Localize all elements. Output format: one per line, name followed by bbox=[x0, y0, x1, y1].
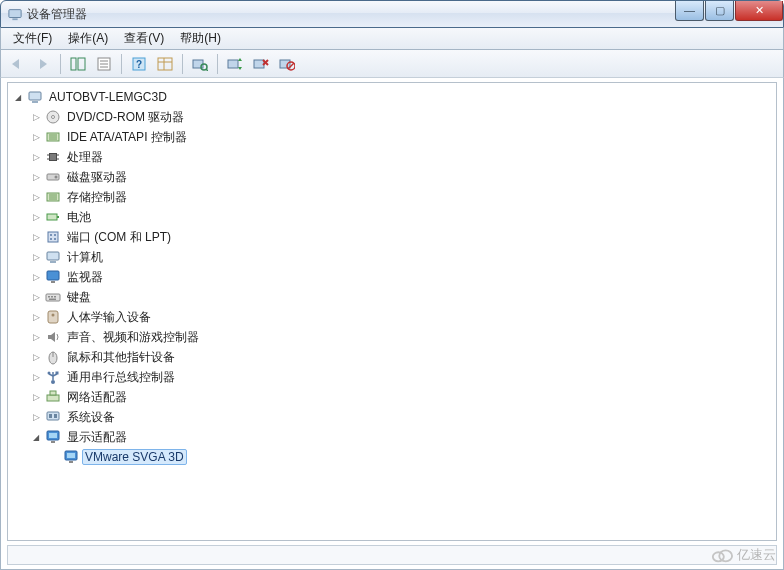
expand-toggle[interactable]: ▷ bbox=[30, 351, 42, 363]
svg-rect-71 bbox=[47, 412, 59, 420]
toolbar-separator bbox=[121, 54, 122, 74]
expand-toggle[interactable]: ▷ bbox=[30, 211, 42, 223]
tree-node-system[interactable]: ▷系统设备 bbox=[28, 407, 776, 427]
expand-toggle[interactable]: ▷ bbox=[30, 131, 42, 143]
forward-button[interactable] bbox=[31, 53, 55, 75]
expand-toggle[interactable]: ▷ bbox=[30, 311, 42, 323]
svg-rect-17 bbox=[254, 60, 264, 68]
expand-toggle[interactable]: ◢ bbox=[12, 91, 24, 103]
svg-rect-52 bbox=[47, 271, 59, 280]
svg-rect-53 bbox=[51, 281, 55, 283]
svg-rect-79 bbox=[69, 461, 73, 463]
tree-node-label: 端口 (COM 和 LPT) bbox=[64, 228, 174, 247]
tree-node-keyboard[interactable]: ▷键盘 bbox=[28, 287, 776, 307]
expand-toggle[interactable]: ▷ bbox=[30, 171, 42, 183]
svg-rect-72 bbox=[49, 414, 52, 418]
svg-rect-45 bbox=[48, 232, 58, 242]
menu-view[interactable]: 查看(V) bbox=[116, 28, 172, 49]
expand-toggle[interactable]: ▷ bbox=[30, 191, 42, 203]
console-tree-button[interactable] bbox=[66, 53, 90, 75]
svg-point-47 bbox=[54, 234, 56, 236]
computer-icon bbox=[45, 249, 61, 265]
expand-toggle[interactable]: ▷ bbox=[30, 151, 42, 163]
properties-icon bbox=[97, 57, 111, 71]
tree-node-label: 计算机 bbox=[64, 248, 106, 267]
expand-toggle[interactable]: ▷ bbox=[30, 231, 42, 243]
svg-rect-58 bbox=[49, 299, 56, 301]
toolbar-separator bbox=[182, 54, 183, 74]
close-button[interactable]: ✕ bbox=[735, 1, 783, 21]
expand-toggle[interactable]: ▷ bbox=[30, 391, 42, 403]
expand-toggle[interactable]: ◢ bbox=[30, 431, 42, 443]
tree-node-monitor[interactable]: ▷监视器 bbox=[28, 267, 776, 287]
expand-toggle[interactable]: ▷ bbox=[30, 291, 42, 303]
display-icon bbox=[63, 449, 79, 465]
expand-toggle[interactable]: ▷ bbox=[30, 251, 42, 263]
tree-view-container: ◢AUTOBVT-LEMGC3D▷DVD/CD-ROM 驱动器▷IDE ATA/… bbox=[7, 82, 777, 541]
tree-node-label: 键盘 bbox=[64, 288, 94, 307]
svg-rect-73 bbox=[54, 414, 57, 418]
expand-toggle[interactable]: ▷ bbox=[30, 331, 42, 343]
status-bar bbox=[7, 545, 777, 565]
detail-icon bbox=[157, 57, 173, 71]
back-button[interactable] bbox=[5, 53, 29, 75]
tree-root-node[interactable]: ◢AUTOBVT-LEMGC3D bbox=[10, 87, 776, 107]
tree-node-label: 监视器 bbox=[64, 268, 106, 287]
device-tree[interactable]: ◢AUTOBVT-LEMGC3D▷DVD/CD-ROM 驱动器▷IDE ATA/… bbox=[8, 83, 776, 471]
tree-node-battery[interactable]: ▷电池 bbox=[28, 207, 776, 227]
menu-action[interactable]: 操作(A) bbox=[60, 28, 116, 49]
tree-node-usb[interactable]: ▷通用串行总线控制器 bbox=[28, 367, 776, 387]
tree-node-label: 网络适配器 bbox=[64, 388, 130, 407]
svg-point-46 bbox=[50, 234, 52, 236]
minimize-button[interactable]: — bbox=[675, 1, 704, 21]
expand-toggle[interactable]: ▷ bbox=[30, 411, 42, 423]
tree-node-label: 人体学输入设备 bbox=[64, 308, 154, 327]
tree-node-ports[interactable]: ▷端口 (COM 和 LPT) bbox=[28, 227, 776, 247]
svg-rect-24 bbox=[32, 101, 38, 103]
detail-button[interactable] bbox=[153, 53, 177, 75]
tree-node-dvd[interactable]: ▷DVD/CD-ROM 驱动器 bbox=[28, 107, 776, 127]
svg-line-15 bbox=[206, 69, 208, 71]
tree-node-mouse[interactable]: ▷鼠标和其他指针设备 bbox=[28, 347, 776, 367]
back-icon bbox=[9, 58, 25, 70]
tree-node-label: 通用串行总线控制器 bbox=[64, 368, 178, 387]
menu-file[interactable]: 文件(F) bbox=[5, 28, 60, 49]
tree-node-network[interactable]: ▷网络适配器 bbox=[28, 387, 776, 407]
tree-node-label: IDE ATA/ATAPI 控制器 bbox=[64, 128, 190, 147]
expand-toggle[interactable]: ▷ bbox=[30, 111, 42, 123]
tree-node-storage[interactable]: ▷存储控制器 bbox=[28, 187, 776, 207]
tree-node-label: 磁盘驱动器 bbox=[64, 168, 130, 187]
tree-node-label: 显示适配器 bbox=[64, 428, 130, 447]
svg-rect-78 bbox=[67, 453, 75, 458]
expand-toggle[interactable]: ▷ bbox=[30, 371, 42, 383]
disable-icon bbox=[279, 57, 295, 71]
tree-node-cpu[interactable]: ▷处理器 bbox=[28, 147, 776, 167]
disable-button[interactable] bbox=[275, 53, 299, 75]
menu-help[interactable]: 帮助(H) bbox=[172, 28, 229, 49]
help-button[interactable]: ? bbox=[127, 53, 151, 75]
tree-node-label: VMware SVGA 3D bbox=[82, 449, 187, 465]
properties-button[interactable] bbox=[92, 53, 116, 75]
tree-node-disk[interactable]: ▷磁盘驱动器 bbox=[28, 167, 776, 187]
svg-point-49 bbox=[54, 238, 56, 240]
controller-icon bbox=[45, 129, 61, 145]
tree-node-ide[interactable]: ▷IDE ATA/ATAPI 控制器 bbox=[28, 127, 776, 147]
maximize-button[interactable]: ▢ bbox=[705, 1, 734, 21]
tree-node-sound[interactable]: ▷声音、视频和游戏控制器 bbox=[28, 327, 776, 347]
tree-node-vmware-svga[interactable]: VMware SVGA 3D bbox=[46, 447, 776, 467]
port-icon bbox=[45, 229, 61, 245]
tree-node-display[interactable]: ◢显示适配器 bbox=[28, 427, 776, 447]
scan-hardware-button[interactable] bbox=[188, 53, 212, 75]
toolbar-separator bbox=[60, 54, 61, 74]
tree-node-computer[interactable]: ▷计算机 bbox=[28, 247, 776, 267]
drive-icon bbox=[45, 169, 61, 185]
sound-icon bbox=[45, 329, 61, 345]
uninstall-button[interactable] bbox=[249, 53, 273, 75]
usb-icon bbox=[45, 369, 61, 385]
update-driver-button[interactable] bbox=[223, 53, 247, 75]
svg-rect-50 bbox=[47, 252, 59, 260]
monitor-icon bbox=[45, 269, 61, 285]
svg-point-48 bbox=[50, 238, 52, 240]
expand-toggle[interactable]: ▷ bbox=[30, 271, 42, 283]
tree-node-hid[interactable]: ▷人体学输入设备 bbox=[28, 307, 776, 327]
